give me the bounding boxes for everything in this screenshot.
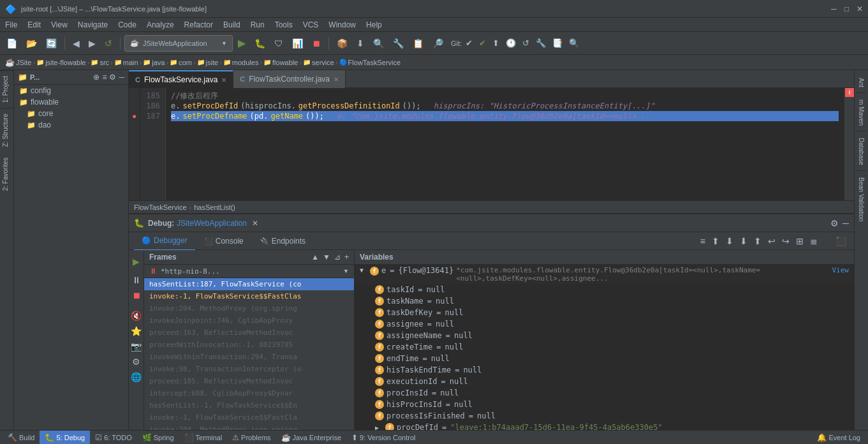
var-procdefid-expand[interactable]: ▶ <box>375 424 383 431</box>
debug-minimize-icon[interactable]: ─ <box>842 218 849 228</box>
thread-selector[interactable]: ⏸ *http-nio-8... ▼ <box>144 265 354 278</box>
menu-vcs[interactable]: VCS <box>298 18 324 32</box>
build-artifact[interactable]: 📦 <box>333 37 351 50</box>
var-row-createtime[interactable]: f createTime = null <box>355 341 854 353</box>
git-btn4[interactable]: 🕐 <box>503 37 519 49</box>
toolbar-forward[interactable]: ▶ <box>85 37 99 50</box>
var-row-e[interactable]: ▼ f e = {Flow@13641} *com.jsite.modules.… <box>355 265 854 284</box>
status-version-control[interactable]: ⬆ 9: Version Control <box>346 431 420 445</box>
project-panel-gear-icon[interactable]: ≡ <box>102 73 107 82</box>
stop-btn[interactable]: ⏹ <box>308 37 325 50</box>
menu-view[interactable]: View <box>46 18 73 32</box>
debug-toolbar-stepinto[interactable]: ⬇ <box>723 235 736 248</box>
toolbar-back[interactable]: ◀ <box>69 37 84 50</box>
frame-item-3[interactable]: invokeJoinpoint:746, CglibAopProxy <box>144 314 354 327</box>
tab-console[interactable]: ⬛Console <box>196 232 251 250</box>
debug-toolbar-runtocursor[interactable]: ⬆ <box>751 235 764 248</box>
var-row-taskdefkey[interactable]: f taskDefKey = null <box>355 307 854 318</box>
toolbar-btn3[interactable]: 🔧 <box>389 37 408 50</box>
frame-item-1[interactable]: invoke:-1, FlowTaskService$$FastClas <box>144 290 354 302</box>
breadcrumb-service[interactable]: service <box>312 59 334 66</box>
tree-item-dao[interactable]: 📁 dao <box>14 119 128 131</box>
code-editor[interactable]: //修改后程序 e.setProcDefId(hisprocIns.getPro… <box>166 88 844 200</box>
debug-pause-btn[interactable]: ⏸ <box>131 274 142 286</box>
var-row-hisprocinsid[interactable]: f hisProcInsId = null <box>355 399 854 410</box>
debug-toolbar-restore[interactable]: ⬛ <box>833 235 849 248</box>
tab-flowtaskcontroller-close[interactable]: ✕ <box>334 76 339 83</box>
status-spring[interactable]: 🌿 Spring <box>137 431 179 445</box>
var-row-assigneename[interactable]: f assigneeName = null <box>355 330 854 341</box>
breadcrumb-jsite[interactable]: JSite <box>16 59 31 66</box>
frame-item-4[interactable]: proceed:163, ReflectiveMethodInvoc <box>144 327 354 339</box>
frame-item-8[interactable]: proceed:185, ReflectiveMethodInvoc <box>144 375 354 387</box>
tab-flowtaskservice[interactable]: C FlowTaskService.java ✕ <box>129 70 233 88</box>
var-e-view-link[interactable]: View <box>832 266 850 274</box>
breadcrumb-java[interactable]: java <box>152 59 165 66</box>
tree-item-config[interactable]: 📁 config <box>14 85 128 96</box>
toolbar-btn4[interactable]: 📋 <box>409 37 427 50</box>
frame-item-5[interactable]: proceedWithInvocation:-1, 88239785 <box>144 339 354 351</box>
frame-item-6[interactable]: invokeWithinTransaction:294, Transa <box>144 351 354 363</box>
frame-item-10[interactable]: hasSentList:-1, FlowTaskService$$En <box>144 399 354 411</box>
git-btn1[interactable]: ✔ <box>463 37 475 49</box>
status-build[interactable]: 🔨 Build <box>3 431 40 445</box>
tree-item-core[interactable]: 📁 core <box>14 108 128 119</box>
sidebar-project-label[interactable]: 1: Project <box>0 70 13 108</box>
debug-toolbar-evaluate[interactable]: ↩ <box>765 235 778 248</box>
var-row-histaskendtime[interactable]: f hisTaskEndTime = null <box>355 364 854 376</box>
status-event-log[interactable]: 🔔 Event Log <box>812 431 865 445</box>
maximize-btn[interactable]: □ <box>844 4 849 13</box>
git-btn2[interactable]: ✔ <box>476 37 489 49</box>
right-panel-maven[interactable]: m Maven <box>857 94 866 131</box>
var-e-expand-icon[interactable]: ▼ <box>360 267 367 274</box>
breadcrumb-modules[interactable]: modules <box>232 59 259 66</box>
debug-toolbar-table[interactable]: ⊞ <box>793 235 806 248</box>
breadcrumb-jsite2[interactable]: jsite <box>206 59 219 66</box>
gutter-line-187-breakpoint[interactable]: ● <box>129 111 140 121</box>
debug-web-btn[interactable]: 🌐 <box>129 371 143 383</box>
status-debug[interactable]: 🐛 5: Debug <box>40 431 90 445</box>
frame-item-0[interactable]: hasSentList:187, FlowTaskService (co <box>144 278 354 290</box>
tab-debugger[interactable]: 🔵Debugger <box>134 232 195 251</box>
right-panel-ant[interactable]: Ant <box>857 73 866 93</box>
gutter-line-186[interactable] <box>129 101 140 111</box>
close-btn[interactable]: ✕ <box>857 4 863 13</box>
debug-toolbar-list[interactable]: ≡ <box>698 235 708 248</box>
tab-flowtaskservice-close[interactable]: ✕ <box>221 77 226 84</box>
debug-btn[interactable]: 🐛 <box>251 37 269 50</box>
var-row-executionid[interactable]: f executionId = null <box>355 376 854 387</box>
menu-help[interactable]: Help <box>361 18 387 32</box>
right-panel-bean-validation[interactable]: Bean Validation <box>857 172 866 226</box>
frame-item-12[interactable]: invoke:204, MethodProxy (org.spring <box>144 424 354 430</box>
menu-analyze[interactable]: Analyze <box>142 18 179 32</box>
menu-window[interactable]: Window <box>323 18 361 32</box>
frames-down-icon[interactable]: ▼ <box>323 253 330 262</box>
breadcrumb-flowtaskservice[interactable]: FlowTaskService <box>348 59 401 66</box>
var-row-assignee[interactable]: f assignee = null <box>355 318 854 330</box>
var-row-taskid[interactable]: f taskId = null <box>355 284 854 295</box>
menu-tools[interactable]: Tools <box>270 18 298 32</box>
menu-refactor[interactable]: Refactor <box>179 18 218 32</box>
debug-mute-btn[interactable]: 🔇 <box>129 309 143 322</box>
debug-resume-btn[interactable]: ▶ <box>131 255 141 268</box>
breadcrumb-main[interactable]: main <box>123 59 138 66</box>
debug-camera-btn[interactable]: 📷 <box>129 340 143 353</box>
breadcrumb-jsite-flowable[interactable]: jsite-flowable <box>45 59 86 66</box>
right-panel-database[interactable]: Database <box>857 133 866 171</box>
toolbar-new[interactable]: 📄 <box>3 37 21 50</box>
debug-toolbar-stepover[interactable]: ⬆ <box>709 235 722 248</box>
status-problems[interactable]: ⚠ Problems <box>227 431 276 445</box>
debug-settings-btn[interactable]: ⭐ <box>129 325 143 337</box>
menu-run[interactable]: Run <box>246 18 270 32</box>
menu-navigate[interactable]: Navigate <box>73 18 113 32</box>
status-java-enterprise[interactable]: ☕ Java Enterprise <box>276 431 346 445</box>
menu-code[interactable]: Code <box>113 18 142 32</box>
var-row-procdefid[interactable]: ▶ f procDefId = "leave:1:b74aaad7-15d6-1… <box>355 422 854 430</box>
debug-stop-btn[interactable]: ⏹ <box>131 289 142 302</box>
debug-toolbar-stepout[interactable]: ⬇ <box>737 235 750 248</box>
toolbar-sync[interactable]: 🔄 <box>42 37 61 50</box>
git-btn7[interactable]: 📑 <box>550 37 565 49</box>
git-btn3[interactable]: ⬆ <box>490 37 502 49</box>
frame-item-9[interactable]: intercept:688, CglibAopProxy$Dynar <box>144 387 354 399</box>
menu-edit[interactable]: Edit <box>22 18 46 32</box>
